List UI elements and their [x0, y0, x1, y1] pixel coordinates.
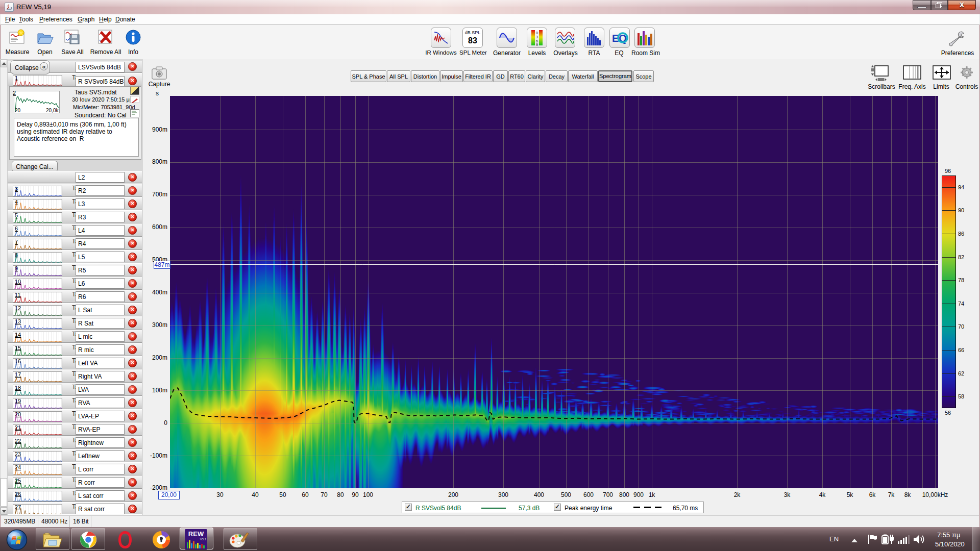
svg-text:V5.1: V5.1: [200, 538, 207, 541]
svg-text:83: 83: [468, 36, 477, 45]
svg-text:9: 9: [536, 42, 538, 47]
svg-text:REW: REW: [188, 530, 204, 538]
svg-text:dB SPL: dB SPL: [465, 30, 481, 35]
